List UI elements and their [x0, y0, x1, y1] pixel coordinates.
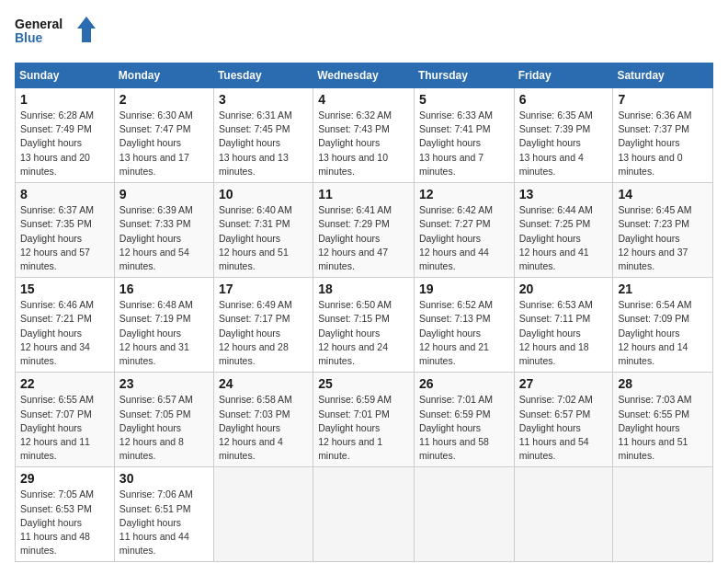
day-info: Sunrise: 6:49 AMSunset: 7:17 PMDaylight … [219, 299, 292, 366]
day-number: 18 [318, 282, 409, 296]
calendar-cell: 29Sunrise: 7:05 AMSunset: 6:53 PMDayligh… [16, 467, 115, 562]
day-number: 16 [119, 282, 209, 296]
day-info: Sunrise: 6:53 AMSunset: 7:11 PMDaylight … [519, 299, 593, 366]
calendar-cell: 19Sunrise: 6:52 AMSunset: 7:13 PMDayligh… [414, 278, 514, 373]
day-info: Sunrise: 6:50 AMSunset: 7:15 PMDaylight … [318, 299, 392, 366]
day-number: 27 [519, 376, 609, 391]
day-number: 15 [20, 282, 109, 296]
week-row-2: 8Sunrise: 6:37 AMSunset: 7:35 PMDaylight… [16, 183, 713, 278]
day-info: Sunrise: 6:40 AMSunset: 7:31 PMDaylight … [219, 204, 292, 271]
calendar-cell [514, 467, 613, 562]
day-number: 10 [219, 187, 308, 201]
day-info: Sunrise: 6:28 AMSunset: 7:49 PMDaylight … [20, 109, 94, 177]
day-number: 9 [119, 187, 209, 201]
calendar-cell: 20Sunrise: 6:53 AMSunset: 7:11 PMDayligh… [514, 278, 613, 373]
svg-marker-1 [77, 17, 96, 42]
column-header-tuesday: Tuesday [213, 63, 313, 88]
day-number: 11 [318, 187, 409, 201]
column-header-saturday: Saturday [613, 63, 713, 88]
week-row-5: 29Sunrise: 7:05 AMSunset: 6:53 PMDayligh… [16, 467, 713, 562]
day-info: Sunrise: 7:06 AMSunset: 6:51 PMDaylight … [119, 488, 193, 556]
calendar-cell: 12Sunrise: 6:42 AMSunset: 7:27 PMDayligh… [414, 183, 514, 278]
day-info: Sunrise: 6:30 AMSunset: 7:47 PMDaylight … [119, 109, 193, 177]
calendar-cell: 21Sunrise: 6:54 AMSunset: 7:09 PMDayligh… [613, 278, 713, 373]
calendar-cell: 4Sunrise: 6:32 AMSunset: 7:43 PMDaylight… [313, 88, 415, 183]
calendar-cell: 14Sunrise: 6:45 AMSunset: 7:23 PMDayligh… [613, 183, 713, 278]
calendar-cell: 23Sunrise: 6:57 AMSunset: 7:05 PMDayligh… [114, 373, 213, 467]
day-info: Sunrise: 6:37 AMSunset: 7:35 PMDaylight … [20, 204, 94, 271]
day-info: Sunrise: 6:54 AMSunset: 7:09 PMDaylight … [618, 299, 691, 366]
calendar-cell: 16Sunrise: 6:48 AMSunset: 7:19 PMDayligh… [114, 278, 213, 373]
calendar-cell [213, 467, 313, 562]
calendar-cell: 1Sunrise: 6:28 AMSunset: 7:49 PMDaylight… [16, 88, 115, 183]
day-info: Sunrise: 6:35 AMSunset: 7:39 PMDaylight … [519, 109, 593, 177]
calendar-cell [414, 467, 514, 562]
day-info: Sunrise: 7:01 AMSunset: 6:59 PMDaylight … [419, 394, 493, 461]
day-number: 1 [20, 92, 109, 107]
day-info: Sunrise: 6:48 AMSunset: 7:19 PMDaylight … [119, 299, 193, 366]
calendar-cell: 8Sunrise: 6:37 AMSunset: 7:35 PMDaylight… [16, 183, 115, 278]
day-number: 29 [20, 471, 109, 486]
day-info: Sunrise: 6:58 AMSunset: 7:03 PMDaylight … [219, 394, 292, 461]
day-number: 5 [419, 92, 509, 107]
day-info: Sunrise: 7:05 AMSunset: 6:53 PMDaylight … [20, 488, 94, 556]
day-info: Sunrise: 6:59 AMSunset: 7:01 PMDaylight … [318, 394, 392, 461]
day-number: 20 [519, 282, 609, 296]
calendar-cell: 6Sunrise: 6:35 AMSunset: 7:39 PMDaylight… [514, 88, 613, 183]
day-info: Sunrise: 6:39 AMSunset: 7:33 PMDaylight … [119, 204, 193, 271]
calendar-cell: 28Sunrise: 7:03 AMSunset: 6:55 PMDayligh… [613, 373, 713, 467]
day-info: Sunrise: 6:36 AMSunset: 7:37 PMDaylight … [618, 109, 691, 177]
column-header-sunday: Sunday [16, 63, 115, 88]
svg-text:General: General [15, 17, 63, 31]
day-number: 19 [419, 282, 509, 296]
calendar-cell: 10Sunrise: 6:40 AMSunset: 7:31 PMDayligh… [213, 183, 313, 278]
day-number: 8 [20, 187, 109, 201]
calendar-cell: 9Sunrise: 6:39 AMSunset: 7:33 PMDaylight… [114, 183, 213, 278]
calendar-cell: 11Sunrise: 6:41 AMSunset: 7:29 PMDayligh… [313, 183, 415, 278]
column-header-thursday: Thursday [414, 63, 514, 88]
column-header-friday: Friday [514, 63, 613, 88]
logo: General Blue [15, 15, 97, 52]
header-row: SundayMondayTuesdayWednesdayThursdayFrid… [16, 63, 713, 88]
day-number: 3 [219, 92, 308, 107]
calendar-cell: 22Sunrise: 6:55 AMSunset: 7:07 PMDayligh… [16, 373, 115, 467]
calendar-cell: 18Sunrise: 6:50 AMSunset: 7:15 PMDayligh… [313, 278, 415, 373]
calendar-cell [613, 467, 713, 562]
calendar-cell: 15Sunrise: 6:46 AMSunset: 7:21 PMDayligh… [16, 278, 115, 373]
day-info: Sunrise: 6:42 AMSunset: 7:27 PMDaylight … [419, 204, 493, 271]
day-number: 17 [219, 282, 308, 296]
svg-text:Blue: Blue [15, 30, 43, 45]
week-row-1: 1Sunrise: 6:28 AMSunset: 7:49 PMDaylight… [16, 88, 713, 183]
calendar-cell: 5Sunrise: 6:33 AMSunset: 7:41 PMDaylight… [414, 88, 514, 183]
day-number: 7 [618, 92, 708, 107]
page-header: General Blue [15, 15, 713, 52]
day-number: 13 [519, 187, 609, 201]
calendar-cell: 3Sunrise: 6:31 AMSunset: 7:45 PMDaylight… [213, 88, 313, 183]
calendar-table: SundayMondayTuesdayWednesdayThursdayFrid… [15, 63, 713, 562]
week-row-4: 22Sunrise: 6:55 AMSunset: 7:07 PMDayligh… [16, 373, 713, 467]
day-number: 28 [618, 376, 708, 391]
calendar-cell: 27Sunrise: 7:02 AMSunset: 6:57 PMDayligh… [514, 373, 613, 467]
column-header-monday: Monday [114, 63, 213, 88]
day-info: Sunrise: 6:33 AMSunset: 7:41 PMDaylight … [419, 109, 493, 177]
calendar-cell: 30Sunrise: 7:06 AMSunset: 6:51 PMDayligh… [114, 467, 213, 562]
calendar-cell: 2Sunrise: 6:30 AMSunset: 7:47 PMDaylight… [114, 88, 213, 183]
day-info: Sunrise: 6:46 AMSunset: 7:21 PMDaylight … [20, 299, 94, 366]
day-info: Sunrise: 7:03 AMSunset: 6:55 PMDaylight … [618, 394, 691, 461]
day-number: 25 [318, 376, 409, 391]
calendar-cell: 26Sunrise: 7:01 AMSunset: 6:59 PMDayligh… [414, 373, 514, 467]
calendar-cell: 24Sunrise: 6:58 AMSunset: 7:03 PMDayligh… [213, 373, 313, 467]
day-number: 23 [119, 376, 209, 391]
calendar-cell: 7Sunrise: 6:36 AMSunset: 7:37 PMDaylight… [613, 88, 713, 183]
day-number: 12 [419, 187, 509, 201]
day-number: 14 [618, 187, 708, 201]
calendar-cell: 25Sunrise: 6:59 AMSunset: 7:01 PMDayligh… [313, 373, 415, 467]
day-number: 22 [20, 376, 109, 391]
day-info: Sunrise: 6:57 AMSunset: 7:05 PMDaylight … [119, 394, 193, 461]
day-number: 6 [519, 92, 609, 107]
day-number: 2 [119, 92, 209, 107]
day-number: 26 [419, 376, 509, 391]
day-info: Sunrise: 6:32 AMSunset: 7:43 PMDaylight … [318, 109, 392, 177]
calendar-cell: 13Sunrise: 6:44 AMSunset: 7:25 PMDayligh… [514, 183, 613, 278]
day-number: 24 [219, 376, 308, 391]
